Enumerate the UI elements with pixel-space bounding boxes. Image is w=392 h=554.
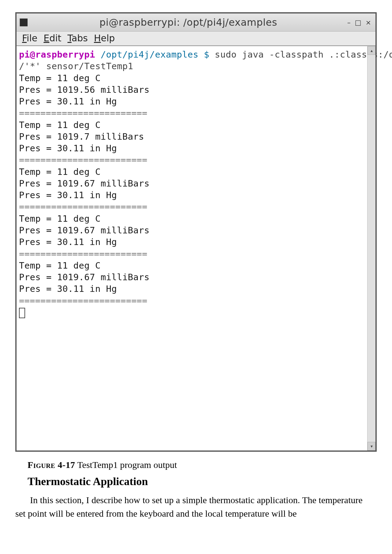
scroll-down-arrow-icon[interactable]: ▾ [368, 442, 375, 450]
terminal-window: pi@raspberrypi: /opt/pi4j/examples – □ ×… [15, 12, 377, 452]
menubar: File Edit Tabs Help [17, 32, 375, 46]
menu-file-mnemonic: F [22, 33, 27, 43]
menu-help[interactable]: Help [94, 33, 115, 43]
window-titlebar: pi@raspberrypi: /opt/pi4j/examples – □ × [17, 13, 375, 32]
section-heading: Thermostatic Application [28, 475, 377, 488]
scrollbar[interactable]: ▴ ▾ [367, 46, 375, 450]
terminal-area[interactable]: pi@raspberrypi /opt/pi4j/examples $ sudo… [17, 46, 375, 450]
figure-caption-text: TestTemp1 program output [75, 460, 177, 470]
close-button[interactable]: × [366, 19, 371, 26]
terminal-output[interactable]: pi@raspberrypi /opt/pi4j/examples $ sudo… [17, 46, 375, 450]
menu-tabs-rest: abs [72, 33, 88, 43]
menu-tabs[interactable]: Tabs [67, 33, 88, 43]
menu-file[interactable]: File [22, 33, 37, 43]
maximize-button[interactable]: □ [355, 19, 361, 26]
menu-edit-rest: dit [49, 33, 61, 43]
menu-edit[interactable]: Edit [43, 33, 61, 43]
menu-help-rest: elp [101, 33, 115, 43]
menu-tabs-mnemonic: T [67, 33, 71, 43]
minimize-button[interactable]: – [347, 19, 351, 26]
menu-edit-mnemonic: E [43, 33, 49, 43]
window-controls: – □ × [347, 19, 371, 26]
scroll-up-arrow-icon[interactable]: ▴ [368, 46, 375, 55]
menu-help-mnemonic: H [94, 33, 101, 43]
body-paragraph: In this section, I describe how to set u… [15, 493, 374, 520]
window-title: pi@raspberrypi: /opt/pi4j/examples [32, 17, 375, 28]
menu-file-rest: ile [27, 33, 37, 43]
app-icon [20, 18, 28, 26]
figure-label: Figure 4-17 [28, 460, 75, 470]
figure-caption: Figure 4-17 TestTemp1 program output [28, 460, 377, 470]
